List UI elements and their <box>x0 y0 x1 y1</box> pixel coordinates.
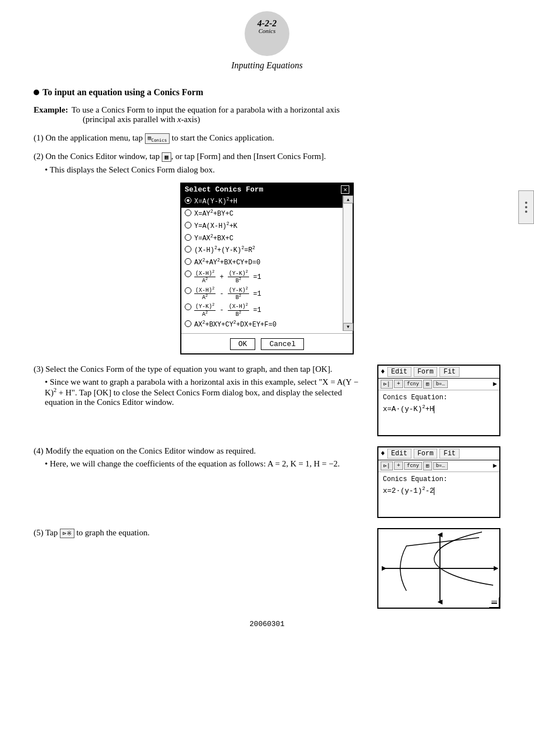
dialog-close-button[interactable]: ✕ <box>341 185 349 194</box>
conics-option-5[interactable]: AX2+AY2+BX+CY+D=0 <box>181 256 343 269</box>
step-5-right <box>377 528 500 609</box>
radio-1[interactable] <box>185 209 191 216</box>
conics-option-3[interactable]: Y=AX2+BX+C <box>181 232 343 245</box>
toolbar-btn-eq-1[interactable]: b=… <box>433 380 448 388</box>
radio-8[interactable] <box>185 304 191 310</box>
toolbar-btn-enter-1[interactable]: ⊳| <box>381 380 393 389</box>
conics-option-2[interactable]: Y=A(X-H)2+K <box>181 220 343 232</box>
editor-body-2: Conics Equation: x=2·(y-1)2-2 <box>378 472 499 517</box>
editor-body-1: Conics Equation: x=A·(y-K)2+H <box>378 390 499 435</box>
conics-option-6[interactable]: (X-H)2A2 + (Y-K)2B2 =1 <box>181 269 343 286</box>
toolbar-btn-grid-1[interactable]: ⊞ <box>423 380 432 389</box>
graph-corner-button[interactable] <box>489 598 499 608</box>
radio-3[interactable] <box>185 234 191 241</box>
step-3-section: (3) Select the Conics Form of the type o… <box>34 365 500 436</box>
radio-6[interactable] <box>185 270 191 277</box>
bullet-icon <box>34 90 39 95</box>
dialog-content: X=A(Y-K)2+H X=AY2+BY+C Y=A(X-H)2+K <box>181 195 353 331</box>
step-3-bullet: Since we want to graph a parabola with a… <box>34 377 367 407</box>
graph-svg <box>378 529 499 608</box>
formula-9: AX2+BXY+CY2+DX+EY+F=0 <box>194 320 339 330</box>
graph-area <box>378 529 499 608</box>
editor-window-2: ♦ Edit Form Fit ⊳| + fcny ⊞ b=… ▶ Conics… <box>377 446 500 518</box>
page-header: 4-2-2 Conics Inputting Equations <box>34 11 500 71</box>
editor-toolbar-1: ⊳| + fcny ⊞ b=… ▶ <box>378 379 499 390</box>
page-number: 20060301 <box>34 620 500 628</box>
dialog-rows: X=A(Y-K)2+H X=AY2+BY+C Y=A(X-H)2+K <box>181 195 343 331</box>
select-conics-form-dialog-container: Select Conics Form ✕ X=A(Y-K)2+H X=AY2+B… <box>34 183 500 354</box>
conics-option-8[interactable]: (Y-K)2A2 - (X-H)2B2 =1 <box>181 302 343 319</box>
editor-tab-fit-1[interactable]: Fit <box>439 367 460 377</box>
step-5-text: (5) Tap ⊳※ to graph the equation. <box>34 528 367 538</box>
conics-option-0[interactable]: X=A(Y-K)2+H <box>181 195 343 208</box>
toolbar-btn-fcny-1[interactable]: fcny <box>404 380 422 388</box>
radio-9[interactable] <box>185 320 191 327</box>
step-4-left: (4) Modify the equation on the Conics Ed… <box>34 446 367 469</box>
radio-2[interactable] <box>185 222 191 228</box>
dialog-scrollbar[interactable]: ▲ ▼ <box>343 195 353 331</box>
editor-tab-form-1[interactable]: Form <box>414 367 438 377</box>
step-3-right: ♦ Edit Form Fit ⊳| + fcny ⊞ b=… ▶ Conics… <box>377 365 500 436</box>
conics-option-9[interactable]: AX2+BXY+CY2+DX+EY+F=0 <box>181 319 343 331</box>
example-indent: Example: To use a Conics Form to input t… <box>34 105 500 124</box>
scroll-track <box>343 203 353 323</box>
example-label: Example: <box>34 105 68 124</box>
radio-7[interactable] <box>185 287 191 294</box>
editor-label-1: Conics Equation: <box>383 394 495 402</box>
editor-tab-form-2[interactable]: Form <box>414 449 438 459</box>
editor-tab-edit-2[interactable]: Edit <box>387 449 411 459</box>
scroll-up-arrow[interactable]: ▲ <box>343 195 353 203</box>
editor-tab-fit-2[interactable]: Fit <box>439 449 460 459</box>
conics-option-7[interactable]: (X-H)2A2 - (Y-K)2B2 =1 <box>181 286 343 302</box>
page-title: Inputting Equations <box>34 60 500 71</box>
scroll-down-arrow[interactable]: ▼ <box>343 323 353 331</box>
example-text: To use a Conics Form to input the equati… <box>72 105 500 124</box>
editor-header-2: ♦ Edit Form Fit <box>378 447 499 460</box>
step-4-text: (4) Modify the equation on the Conics Ed… <box>34 446 367 456</box>
editor-tab-edit-1[interactable]: Edit <box>387 367 411 377</box>
toolbar-btn-fcny-2[interactable]: fcny <box>404 462 422 470</box>
conics-option-1[interactable]: X=AY2+BY+C <box>181 208 343 220</box>
radio-4[interactable] <box>185 246 191 253</box>
step-1-text: (1) On the application menu, tap ⊞Conics… <box>34 133 274 142</box>
toolbar-btn-eq-2[interactable]: b=… <box>433 462 448 470</box>
section-heading: To input an equation using a Conics Form <box>34 87 500 97</box>
editor-toolbar-2: ⊳| + fcny ⊞ b=… ▶ <box>378 460 499 472</box>
conics-option-4[interactable]: (X-H)2+(Y-K)2=R2 <box>181 244 343 256</box>
dialog-footer: OK Cancel <box>181 333 353 353</box>
page-container: 4-2-2 Conics Inputting Equations To inpu… <box>0 0 534 756</box>
editor-equation-1: x=A·(y-K)2+H <box>383 404 495 413</box>
toolbar-arrow-1[interactable]: ▶ <box>493 380 497 388</box>
right-tab <box>518 190 534 224</box>
toolbar-btn-plus-1[interactable]: + <box>394 380 403 388</box>
dialog-title: Select Conics Form <box>185 185 263 194</box>
formula-4: (X-H)2+(Y-K)2=R2 <box>194 245 339 255</box>
step-3-text: (3) Select the Conics Form of the type o… <box>34 365 367 374</box>
formula-6: (X-H)2A2 + (Y-K)2B2 =1 <box>194 270 339 284</box>
formula-7: (X-H)2A2 - (Y-K)2B2 =1 <box>194 287 339 301</box>
editor-window-1: ♦ Edit Form Fit ⊳| + fcny ⊞ b=… ▶ Conics… <box>377 365 500 436</box>
step-5-section: (5) Tap ⊳※ to graph the equation. <box>34 528 500 609</box>
toolbar-btn-grid-2[interactable]: ⊞ <box>423 461 432 470</box>
radio-5[interactable] <box>185 258 191 265</box>
editor-icon-2: ♦ <box>381 449 385 458</box>
step-4-section: (4) Modify the equation on the Conics Ed… <box>34 446 500 518</box>
dialog-header: Select Conics Form ✕ <box>181 184 353 195</box>
toolbar-btn-enter-2[interactable]: ⊳| <box>381 461 393 470</box>
step-3-left: (3) Select the Conics Form of the type o… <box>34 365 367 407</box>
radio-0[interactable] <box>185 197 191 204</box>
formula-0: X=A(Y-K)2+H <box>194 197 339 207</box>
graph-window <box>377 528 500 609</box>
toolbar-btn-plus-2[interactable]: + <box>394 461 403 470</box>
dialog-ok-button[interactable]: OK <box>230 338 256 350</box>
step-2: (2) On the Conics Editor window, tap ▦, … <box>34 152 500 175</box>
section-title-text: To input an equation using a Conics Form <box>43 87 203 97</box>
step-5-left: (5) Tap ⊳※ to graph the equation. <box>34 528 367 538</box>
conics-app-icon: ⊞Conics <box>145 133 170 144</box>
dialog-cancel-button[interactable]: Cancel <box>261 338 304 350</box>
select-conics-form-dialog[interactable]: Select Conics Form ✕ X=A(Y-K)2+H X=AY2+B… <box>180 183 354 354</box>
section-subtitle: Conics <box>245 28 289 34</box>
form-icon: ▦ <box>162 152 171 162</box>
toolbar-arrow-2[interactable]: ▶ <box>493 461 497 470</box>
editor-icon-1: ♦ <box>381 367 385 376</box>
